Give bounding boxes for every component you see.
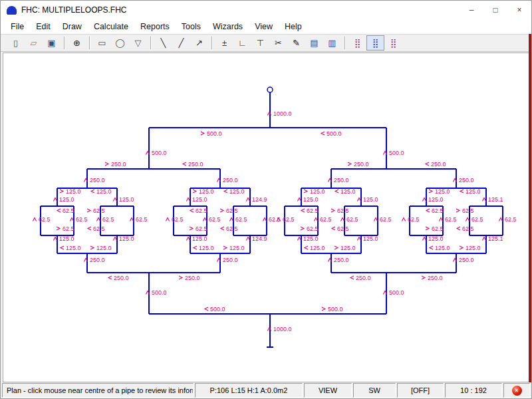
flow-label: 250.0	[114, 275, 129, 281]
flow-label: 62.5	[172, 216, 184, 223]
source-node-marker[interactable]	[267, 87, 273, 92]
corner-pipe-button[interactable]: ∟	[233, 35, 251, 51]
tee-pipe-button[interactable]: ⊤	[251, 35, 269, 51]
toolbar-group: ╲╱↗	[151, 35, 211, 51]
flow-label: 62.5	[320, 216, 332, 223]
draw-rectangle-button[interactable]: ▭	[93, 35, 111, 51]
flow-label: 500.0	[210, 306, 225, 313]
flow-arrow-icon	[374, 218, 377, 221]
flow-label: 62.5	[337, 207, 349, 214]
add-node-button[interactable]: ±	[215, 35, 233, 51]
flow-arrow-icon	[105, 162, 108, 166]
flow-label: 250.0	[111, 161, 126, 168]
open-file-button[interactable]: ▱	[25, 35, 43, 51]
flow-label: 500.0	[328, 306, 343, 313]
report-table-button[interactable]: ▤	[305, 35, 323, 51]
menu-view[interactable]: View	[249, 20, 279, 33]
report-grid-button[interactable]: ▥	[323, 35, 341, 51]
flow-arrow-icon	[457, 227, 460, 230]
flow-label: 62.5	[235, 216, 247, 223]
flow-label: 62.5	[63, 225, 74, 232]
flow-label: 125.0	[59, 235, 74, 242]
flow-label: 62.5	[226, 207, 238, 214]
menu-wizards[interactable]: Wizards	[207, 20, 249, 33]
flow-arrow-icon	[297, 198, 301, 201]
flow-label: 62.5	[283, 216, 295, 223]
flow-label: 125.0	[435, 245, 450, 251]
draw-line-button[interactable]: ╲	[154, 35, 172, 51]
flow-label: 250.0	[90, 177, 105, 184]
draw-line-alt-button[interactable]: ╱	[172, 35, 190, 51]
flow-arrow-icon	[350, 276, 354, 279]
flow-label: 62.5	[432, 207, 444, 214]
nozzle-grid-wide-button[interactable]: ⣿	[384, 35, 402, 51]
status-counts: P:106 L:15 H:1 A:0.0m2	[195, 383, 303, 398]
flow-arrow-icon	[113, 198, 116, 201]
draw-arrow-button[interactable]: ↗	[190, 35, 208, 51]
window-controls: – □ ×	[460, 1, 531, 19]
menu-help[interactable]: Help	[279, 20, 308, 33]
draw-trapezoid-button[interactable]: ▽	[129, 35, 147, 51]
network-svg[interactable]: 1000.0500.0500.0500.0500.0250.0250.0250.…	[3, 53, 529, 382]
flow-label: 500.0	[207, 130, 222, 137]
flow-arrow-icon	[429, 190, 432, 193]
cut-pipe-button[interactable]: ✂	[269, 35, 287, 51]
flow-label: 250.0	[188, 161, 203, 168]
flow-label: 62.5	[93, 207, 105, 214]
menu-draw[interactable]: Draw	[57, 20, 88, 33]
flow-label: 250.0	[334, 257, 349, 263]
error-ball-icon[interactable]: ×	[512, 386, 522, 396]
flow-label: 62.5	[432, 225, 444, 232]
flow-arrow-icon	[53, 198, 57, 201]
edit-pen-button[interactable]: ✎	[287, 35, 305, 51]
flow-label: 1000.0	[273, 326, 292, 332]
flow-arrow-icon	[186, 198, 190, 201]
menu-calculate[interactable]: Calculate	[88, 20, 134, 33]
flow-arrow-icon	[305, 246, 308, 249]
flow-arrow-icon	[334, 246, 338, 249]
flow-label: 62.5	[136, 216, 148, 223]
flow-label: 250.0	[223, 257, 238, 263]
flow-label: 62.5	[462, 207, 474, 214]
save-button[interactable]: ▣	[43, 35, 61, 51]
flow-arrow-icon	[88, 227, 91, 230]
flow-label: 62.5	[307, 225, 319, 232]
minimize-button[interactable]: –	[460, 1, 483, 19]
toolbar-group: ⣿⣿⣿	[345, 35, 406, 51]
zoom-button[interactable]: ⊕	[68, 35, 86, 51]
flow-label: 125.0	[96, 245, 112, 251]
menu-reports[interactable]: Reports	[134, 20, 176, 33]
flow-label: 125.1	[488, 235, 503, 242]
flow-arrow-icon	[422, 237, 426, 241]
flow-arrow-icon	[57, 227, 60, 230]
flow-arrow-icon	[456, 209, 460, 212]
flow-arrow-icon	[33, 218, 36, 221]
flow-label: 62.5	[63, 207, 74, 214]
drawing-canvas[interactable]: 1000.0500.0500.0500.0500.0250.0250.0250.…	[3, 53, 529, 382]
status-message: Plan - click mouse near centre of a pipe…	[2, 383, 194, 398]
flow-label: 125.0	[428, 196, 444, 203]
flow-arrow-icon	[190, 227, 193, 230]
flow-arrow-icon	[183, 162, 186, 166]
flow-label: 125.0	[199, 188, 214, 195]
close-button[interactable]: ×	[507, 1, 531, 19]
menu-edit[interactable]: Edit	[30, 20, 57, 33]
flow-label: 500.0	[389, 150, 404, 156]
flow-arrow-icon	[166, 218, 169, 221]
nozzle-grid-sparse-button[interactable]: ⣿	[348, 35, 366, 51]
new-file-button[interactable]: ▯	[7, 35, 25, 51]
draw-ellipse-button[interactable]: ◯	[111, 35, 129, 51]
flow-arrow-icon	[499, 218, 502, 221]
flow-label: 62.5	[505, 216, 517, 223]
flow-arrow-icon	[439, 218, 442, 221]
flow-label: 250.0	[356, 275, 371, 281]
menu-file[interactable]: File	[5, 20, 30, 33]
maximize-button[interactable]: □	[483, 1, 507, 19]
menu-tools[interactable]: Tools	[176, 20, 207, 33]
flow-label: 250.0	[354, 161, 369, 168]
nozzle-grid-dense-button[interactable]: ⣿	[366, 35, 384, 51]
flow-arrow-icon	[221, 227, 224, 230]
flow-arrow-icon	[130, 218, 133, 221]
flow-label: 125.0	[96, 188, 112, 195]
flow-arrow-icon	[402, 218, 405, 221]
